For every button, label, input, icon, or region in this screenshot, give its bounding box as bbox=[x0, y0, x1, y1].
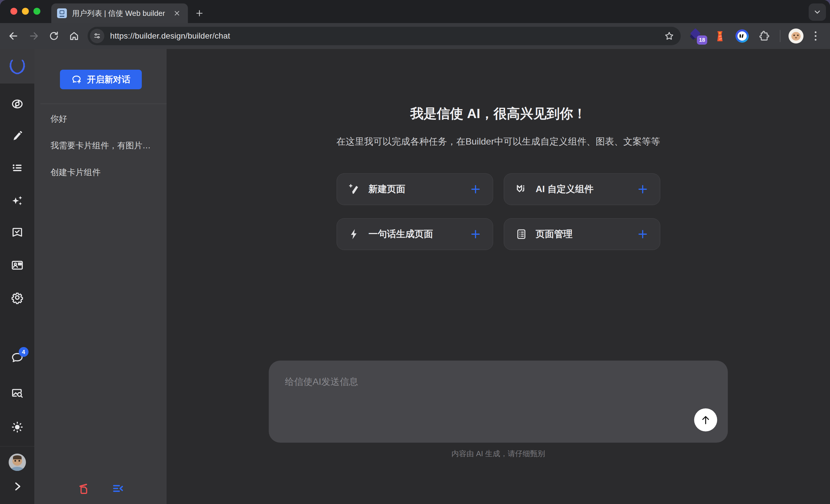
card-one-sentence-page[interactable]: 一句话生成页面 bbox=[337, 218, 493, 250]
extensions-puzzle-icon[interactable] bbox=[757, 29, 771, 43]
card-label: 新建页面 bbox=[369, 183, 406, 196]
plus-icon[interactable] bbox=[637, 228, 648, 240]
close-window-button[interactable] bbox=[10, 8, 17, 15]
lighthouse-extension-icon[interactable] bbox=[713, 29, 727, 43]
user-avatar[interactable] bbox=[9, 453, 26, 471]
magic-pen-icon bbox=[348, 183, 360, 196]
card-label: AI 自定义组件 bbox=[536, 183, 594, 196]
icon-rail: 4 bbox=[0, 49, 34, 504]
traffic-lights bbox=[10, 8, 40, 15]
extension-cluster: 18 bbox=[691, 29, 771, 43]
new-chat-label: 开启新对话 bbox=[87, 74, 130, 86]
quick-action-cards: 新建页面 AI 自定义组件 bbox=[337, 173, 660, 250]
maximize-window-button[interactable] bbox=[33, 8, 40, 15]
toolbar-divider bbox=[780, 30, 780, 42]
page-list-icon bbox=[515, 228, 528, 240]
chat-bubble-icon[interactable]: 4 bbox=[11, 351, 24, 364]
contact-card-icon[interactable] bbox=[11, 259, 24, 272]
ai-disclaimer: 内容由 AI 生成，请仔细甄别 bbox=[167, 449, 830, 459]
chat-sidebar: 开启新对话 你好 我需要卡片组件，有图片… 创建卡片组件 bbox=[34, 49, 167, 504]
tab-favicon bbox=[57, 8, 67, 18]
browser-toolbar: https://builder.design/builder/chat 18 bbox=[0, 23, 830, 49]
welcome-subtitle: 在这里我可以完成各种任务，在Builder中可以生成自定义组件、图表、文案等等 bbox=[336, 135, 660, 148]
plus-icon[interactable] bbox=[470, 228, 481, 240]
edit-pencil-icon[interactable] bbox=[11, 130, 24, 143]
address-bar[interactable]: https://builder.design/builder/chat bbox=[88, 27, 681, 45]
site-settings-icon[interactable] bbox=[90, 29, 104, 43]
sidebar-divider bbox=[40, 104, 167, 104]
chat-plus-icon bbox=[71, 74, 83, 85]
forward-button[interactable] bbox=[27, 29, 40, 43]
plus-icon[interactable] bbox=[470, 183, 481, 195]
tab-search-button[interactable] bbox=[809, 3, 826, 21]
url-text[interactable]: https://builder.design/builder/chat bbox=[110, 31, 663, 41]
tab-title: 用户列表 | 信使 Web builder bbox=[72, 8, 172, 19]
browser-window: 用户列表 | 信使 Web builder htt bbox=[0, 0, 830, 504]
page-content: 4 开启新对话 你 bbox=[0, 49, 830, 504]
card-page-management[interactable]: 页面管理 bbox=[504, 218, 660, 250]
card-new-page[interactable]: 新建页面 bbox=[337, 173, 493, 205]
lightning-icon bbox=[348, 228, 360, 240]
history-item[interactable]: 我需要卡片组件，有图片… bbox=[44, 137, 160, 155]
bookmark-star-icon[interactable] bbox=[663, 30, 675, 42]
tab-close-icon[interactable] bbox=[172, 8, 182, 19]
theme-sun-icon[interactable] bbox=[11, 421, 24, 434]
extension-purple-icon[interactable]: 18 bbox=[691, 29, 704, 43]
card-ai-component[interactable]: AI 自定义组件 bbox=[504, 173, 660, 205]
assistant-extension-icon[interactable] bbox=[735, 29, 749, 43]
profile-avatar[interactable] bbox=[789, 29, 803, 43]
browser-menu-button[interactable] bbox=[810, 29, 821, 43]
plus-icon[interactable] bbox=[637, 183, 648, 195]
component-icon bbox=[515, 183, 528, 196]
message-composer bbox=[269, 361, 728, 443]
extension-badge: 18 bbox=[697, 35, 707, 45]
card-label: 一句话生成页面 bbox=[369, 228, 433, 240]
new-tab-button[interactable] bbox=[193, 6, 206, 20]
home-button[interactable] bbox=[67, 29, 81, 43]
chat-badge: 4 bbox=[19, 347, 29, 357]
delete-trash-icon[interactable] bbox=[77, 481, 91, 495]
minimize-window-button[interactable] bbox=[22, 8, 29, 15]
reload-button[interactable] bbox=[47, 29, 61, 43]
chat-main: 我是信使 AI，很高兴见到你！ 在这里我可以完成各种任务，在Builder中可以… bbox=[167, 49, 830, 504]
card-label: 页面管理 bbox=[536, 228, 573, 240]
collapse-sidebar-icon[interactable] bbox=[111, 481, 125, 495]
check-badge-icon[interactable] bbox=[11, 226, 24, 239]
new-chat-button[interactable]: 开启新对话 bbox=[60, 70, 142, 89]
rail-divider bbox=[0, 446, 34, 446]
arrow-up-icon bbox=[700, 414, 711, 426]
tab-strip: 用户列表 | 信使 Web builder bbox=[0, 0, 830, 23]
browser-tab[interactable]: 用户列表 | 信使 Web builder bbox=[51, 3, 188, 23]
settings-gear-icon[interactable] bbox=[11, 291, 24, 304]
explore-icon[interactable] bbox=[11, 97, 24, 110]
list-icon[interactable] bbox=[11, 161, 24, 174]
send-button[interactable] bbox=[694, 408, 717, 431]
welcome-title: 我是信使 AI，很高兴见到你！ bbox=[410, 105, 586, 123]
app-logo[interactable] bbox=[0, 49, 34, 83]
message-input[interactable] bbox=[269, 361, 728, 443]
chat-history-list: 你好 我需要卡片组件，有图片… 创建卡片组件 bbox=[44, 110, 160, 190]
history-item[interactable]: 你好 bbox=[44, 110, 160, 128]
image-search-icon[interactable] bbox=[11, 387, 24, 400]
back-button[interactable] bbox=[7, 29, 20, 43]
history-item[interactable]: 创建卡片组件 bbox=[44, 164, 160, 181]
sparkles-ai-icon[interactable] bbox=[11, 194, 24, 207]
expand-chevron-icon[interactable] bbox=[11, 480, 24, 493]
laurel-wreath-icon bbox=[7, 56, 28, 77]
